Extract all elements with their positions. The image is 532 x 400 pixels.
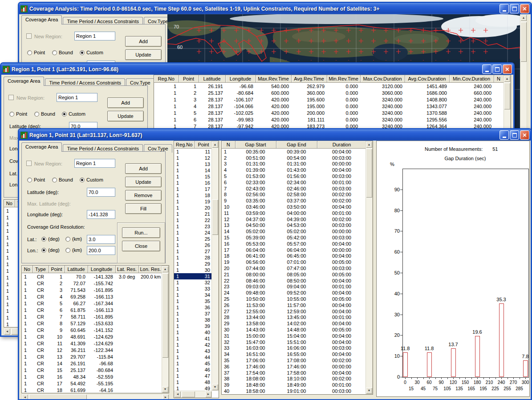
table-row[interactable]: 2108:00:0008:05:0000:05:00 <box>222 271 366 278</box>
scroll-down-button[interactable]: ▼ <box>366 388 372 394</box>
lon-res-deg-radio[interactable]: (deg) <box>41 247 60 253</box>
table-row[interactable]: 1CR1329.707-115.84 <box>22 353 162 360</box>
table-row[interactable]: 1806:41:0006:45:0000:04:00 <box>222 253 366 259</box>
table-row[interactable]: 1003:46:0003:50:0000:04:00 <box>222 204 366 210</box>
table-row[interactable]: 2309:03:0009:04:0000:01:00 <box>222 284 366 290</box>
table-row[interactable]: 135 <box>174 298 212 304</box>
col-no[interactable]: No <box>4 200 15 207</box>
close-button[interactable]: ✕ <box>520 130 529 140</box>
scroll-left-button[interactable]: ◄ <box>22 394 28 400</box>
table-row[interactable]: 1328.137-106.107420.000195.6000.0003240.… <box>154 96 504 103</box>
table-row[interactable]: 100:35:0000:39:0000:04:00 <box>222 149 366 155</box>
table-row[interactable]: 1628.137-99.983420.000181.1110.0003240.0… <box>154 116 504 123</box>
scroll-up-button[interactable]: ▲ <box>212 141 218 148</box>
scrollbar-thumb[interactable] <box>504 83 510 109</box>
table-row[interactable]: 1103:59:0004:00:0000:01:00 <box>222 210 366 216</box>
col-longitude[interactable]: Longitude <box>225 75 256 83</box>
close-button[interactable]: ✕ <box>503 65 512 74</box>
scroll-right-button[interactable]: ► <box>205 391 211 397</box>
scroll-down-button[interactable]: ▼ <box>212 384 218 390</box>
table-row[interactable]: 139 <box>174 323 212 329</box>
scrollbar-thumb[interactable] <box>29 394 87 400</box>
scroll-up-button[interactable]: ▲ <box>504 76 510 82</box>
table-row[interactable]: 1706:04:0006:04:0000:00:00 <box>222 247 366 253</box>
table-row[interactable]: 3818:08:0018:10:0000:02:00 <box>222 376 366 382</box>
radio-custom[interactable]: Custom <box>80 50 103 55</box>
table-row[interactable]: 128 <box>174 255 212 261</box>
tab-coverage-area[interactable]: Coverage Area <box>4 77 44 86</box>
update-button[interactable]: Update <box>107 111 144 121</box>
table-row[interactable]: 1CR170.0-141.3283.0 deg200.0 km <box>22 273 162 280</box>
scroll-right-button[interactable]: ► <box>162 394 169 400</box>
new-region-checkbox[interactable] <box>26 33 32 39</box>
col-regno[interactable]: Reg.No <box>174 141 195 149</box>
scroll-down-button[interactable]: ▼ <box>162 386 168 392</box>
col-avg-cov[interactable]: Avg.Cov.Duration <box>405 75 449 83</box>
minimize-button[interactable] <box>482 65 491 74</box>
table-row[interactable]: 1CR566.27-167.344 <box>22 300 162 307</box>
scroll-left-button[interactable]: ◄ <box>4 328 10 335</box>
lat-res-deg-radio[interactable]: (deg) <box>41 236 60 242</box>
col-type[interactable]: Type <box>32 266 49 273</box>
points-hscroll[interactable]: ◄► <box>21 394 169 400</box>
table-row[interactable]: 123 <box>174 223 212 230</box>
maximize-button[interactable] <box>492 65 502 74</box>
scrollbar-thumb[interactable] <box>366 149 372 198</box>
table-row[interactable]: 133 <box>174 286 212 292</box>
table-row[interactable]: 1CR1861.699-64.16 <box>22 387 162 393</box>
table-row[interactable]: 125 <box>174 236 212 242</box>
table-row[interactable]: 802:56:0002:58:0000:02:00 <box>222 192 366 198</box>
radio-bound[interactable]: Bound <box>52 177 73 182</box>
radio-point[interactable]: Point <box>27 50 45 55</box>
col-avg-rev[interactable]: Avg.Rev.Time <box>291 75 327 83</box>
remove-button[interactable]: Remove <box>125 190 162 201</box>
table-row[interactable]: 1CR661.875-166.113 <box>22 307 162 313</box>
radio-custom[interactable]: Custom <box>62 111 85 117</box>
table-row[interactable]: 4018:58:0019:01:0000:03:00 <box>222 388 366 394</box>
col-min-cov[interactable]: Min.Cov.Duration <box>449 75 494 83</box>
col-min-rev[interactable]: Min.Rev.Time <box>327 75 360 83</box>
table-row[interactable]: 1CR857.129-153.633 <box>22 320 162 327</box>
table-row[interactable]: 147 <box>174 373 212 379</box>
radio-point[interactable]: Point <box>27 177 45 182</box>
table-row[interactable]: 1CR272.07-155.742 <box>22 280 162 287</box>
table-row[interactable]: 145 <box>174 360 212 367</box>
latitude-input[interactable] <box>87 188 115 197</box>
table-row[interactable]: 301:31:0001:31:0000:00:00 <box>222 161 366 167</box>
region-name-input[interactable] <box>74 32 115 40</box>
add-button[interactable]: Add <box>125 163 162 174</box>
lat-res-km-radio[interactable]: (km) <box>65 236 82 242</box>
col-gap-end[interactable]: Gap End <box>276 141 317 149</box>
tab-coverage-area[interactable]: Coverage Area <box>21 142 62 152</box>
table-row[interactable]: 131 <box>174 273 212 279</box>
col-no[interactable]: No <box>22 266 32 273</box>
table-row[interactable]: 115 <box>174 174 212 180</box>
table-row[interactable]: 137 <box>174 311 212 317</box>
table-row[interactable]: 401:39:0001:43:0000:04:00 <box>222 167 366 173</box>
table-row[interactable]: 1CR1141.309-124.629 <box>22 340 162 347</box>
table-row[interactable]: 200:51:0000:54:0000:03:00 <box>222 155 366 161</box>
table-row[interactable]: 1605:53:0005:57:0000:04:00 <box>222 241 366 247</box>
col-point[interactable]: Point <box>179 75 199 83</box>
region-name-input[interactable] <box>74 159 115 168</box>
run-button[interactable]: Run... <box>122 227 160 238</box>
table-row[interactable]: 111 <box>174 149 212 155</box>
region-list-vscroll[interactable]: ▲▼ <box>211 141 219 391</box>
table-row[interactable]: 143 <box>174 348 212 354</box>
scroll-left-button[interactable]: ◄ <box>175 391 181 397</box>
radio-point[interactable]: Point <box>9 111 27 117</box>
table-row[interactable]: 1528.137-102.025420.000200.0000.0003240.… <box>154 109 504 116</box>
col-max-cov[interactable]: Max.Cov.Duration <box>360 75 405 83</box>
table-row[interactable]: 903:35:0003:37:0000:02:00 <box>222 198 366 204</box>
titlebar[interactable]: Coverage Analysis: Time Period 0.0-86164… <box>19 3 531 14</box>
close-button[interactable]: ✕ <box>520 4 529 13</box>
table-row[interactable]: 1CR1426.191-96.68 <box>22 360 162 367</box>
col-lon-res[interactable]: Lon. Res. <box>138 266 162 273</box>
lon-res-km-radio[interactable]: (km) <box>65 247 82 253</box>
table-row[interactable]: 148 <box>174 379 212 385</box>
minimize-button[interactable] <box>500 130 509 140</box>
table-row[interactable]: 501:53:0001:56:0000:03:00 <box>222 173 366 179</box>
table-row[interactable]: 140 <box>174 329 212 335</box>
table-row[interactable]: 113 <box>174 161 212 167</box>
close-dialog-button[interactable]: Close <box>122 241 160 251</box>
